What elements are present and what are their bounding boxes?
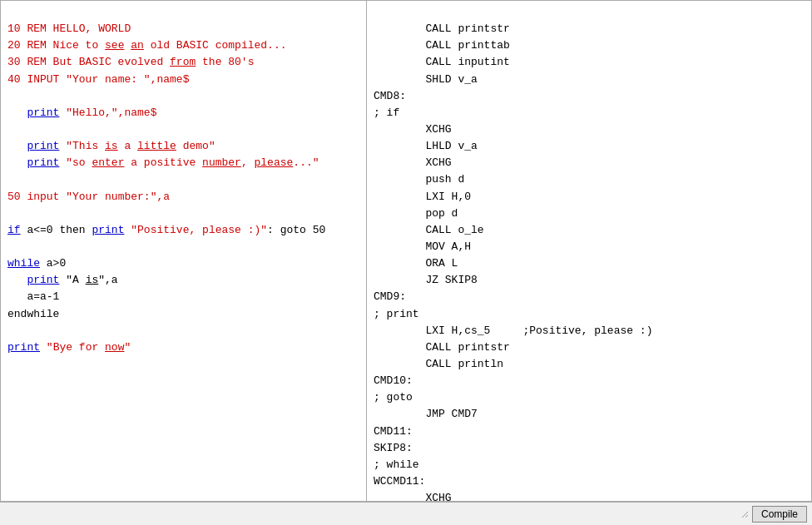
compile-button[interactable]: Compile <box>752 506 807 523</box>
asm-content: CALL printstr CALL printtab CALL inputin… <box>374 22 652 501</box>
basic-source-panel[interactable]: 10 REM HELLO, WORLD 20 REM Nice to see a… <box>1 1 367 501</box>
svg-line-2 <box>742 512 748 518</box>
editor-area: 10 REM HELLO, WORLD 20 REM Nice to see a… <box>0 0 812 502</box>
right-resize-icon <box>740 510 749 518</box>
line-10: 10 REM HELLO, WORLD 20 REM Nice to see a… <box>7 22 325 354</box>
left-resize-handle[interactable] <box>356 491 366 501</box>
bottom-bar: Compile <box>0 502 812 525</box>
svg-line-3 <box>745 515 748 518</box>
assembly-output-panel[interactable]: CALL printstr CALL printtab CALL inputin… <box>367 1 811 501</box>
main-container: 10 REM HELLO, WORLD 20 REM Nice to see a… <box>0 0 812 525</box>
